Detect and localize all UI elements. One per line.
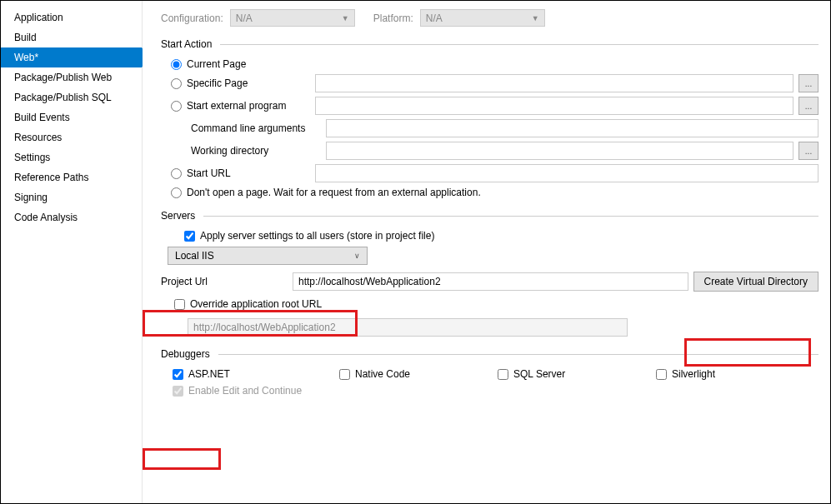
server-dropdown[interactable]: Local IIS ∨ [168,247,368,265]
sidebar-item-package-publish-sql[interactable]: Package/Publish SQL [1,87,142,107]
sidebar-item-code-analysis[interactable]: Code Analysis [1,207,142,227]
platform-dropdown: N/A ▼ [420,9,545,27]
radio-specific-page-label: Specific Page [187,77,303,89]
server-dropdown-value: Local IIS [175,250,214,262]
divider [220,44,818,45]
debugger-sqlserver-label: SQL Server [513,368,565,380]
radio-start-external[interactable] [171,101,182,112]
debugger-aspnet-label: ASP.NET [188,368,230,380]
working-dir-label: Working directory [191,145,326,157]
project-url-input[interactable] [293,272,688,291]
sidebar-item-package-publish-web[interactable]: Package/Publish Web [1,67,142,87]
cmd-args-input[interactable] [326,119,818,137]
configuration-dropdown: N/A ▼ [230,9,355,27]
platform-value: N/A [426,12,443,24]
radio-specific-page[interactable] [171,78,182,89]
sidebar-item-build[interactable]: Build [1,27,142,47]
specific-page-browse-button[interactable]: ... [798,74,818,92]
chevron-down-icon: ▼ [342,14,349,22]
radio-dont-open-label: Don't open a page. Wait for a request fr… [187,187,481,198]
working-dir-input[interactable] [326,142,793,160]
platform-label: Platform: [373,12,413,24]
divider [218,354,818,355]
radio-start-url[interactable] [171,168,182,179]
project-url-label: Project Url [161,276,293,287]
apply-all-checkbox[interactable] [184,231,195,242]
working-dir-browse-button[interactable]: ... [798,142,818,160]
debugger-silverlight-label: Silverlight [672,368,715,380]
specific-page-input[interactable] [315,74,793,92]
sidebar-item-application[interactable]: Application [1,7,142,27]
highlight-box-aspnet [143,448,221,470]
configuration-label: Configuration: [161,12,223,24]
apply-all-label: Apply server settings to all users (stor… [200,230,434,242]
sidebar-item-reference-paths[interactable]: Reference Paths [1,167,142,187]
debuggers-title: Debuggers [161,348,210,360]
configuration-value: N/A [236,12,253,24]
sidebar: Application Build Web* Package/Publish W… [1,1,143,503]
external-program-browse-button[interactable]: ... [798,97,818,115]
radio-current-page[interactable] [171,59,182,70]
debugger-native-label: Native Code [355,368,410,380]
radio-current-page-label: Current Page [187,58,246,70]
content-panel: Configuration: N/A ▼ Platform: N/A ▼ Sta… [143,1,830,503]
radio-start-external-label: Start external program [187,100,303,112]
sidebar-item-signing[interactable]: Signing [1,187,142,207]
radio-start-url-label: Start URL [187,167,303,179]
debugger-silverlight-checkbox[interactable] [656,369,667,380]
sidebar-item-build-events[interactable]: Build Events [1,107,142,127]
sidebar-item-web[interactable]: Web* [1,47,142,67]
debugger-sqlserver-checkbox[interactable] [498,369,508,380]
sidebar-item-settings[interactable]: Settings [1,147,142,167]
divider [203,216,818,217]
override-root-label: Override application root URL [190,298,322,310]
radio-dont-open[interactable] [171,187,182,198]
cmd-args-label: Command line arguments [191,122,326,134]
sidebar-item-resources[interactable]: Resources [1,127,142,147]
enable-edit-continue-label: Enable Edit and Continue [188,385,302,397]
override-root-input [188,318,628,337]
chevron-down-icon: ∨ [354,252,360,260]
debugger-aspnet-checkbox[interactable] [173,369,183,380]
create-virtual-directory-button[interactable]: Create Virtual Directory [693,272,819,292]
override-root-checkbox[interactable] [174,299,185,310]
servers-title: Servers [161,210,195,222]
start-url-input[interactable] [315,164,818,182]
enable-edit-continue-checkbox [173,386,183,397]
external-program-input[interactable] [315,97,793,115]
start-action-title: Start Action [161,38,212,50]
chevron-down-icon: ▼ [532,14,539,22]
debugger-native-checkbox[interactable] [339,369,350,380]
